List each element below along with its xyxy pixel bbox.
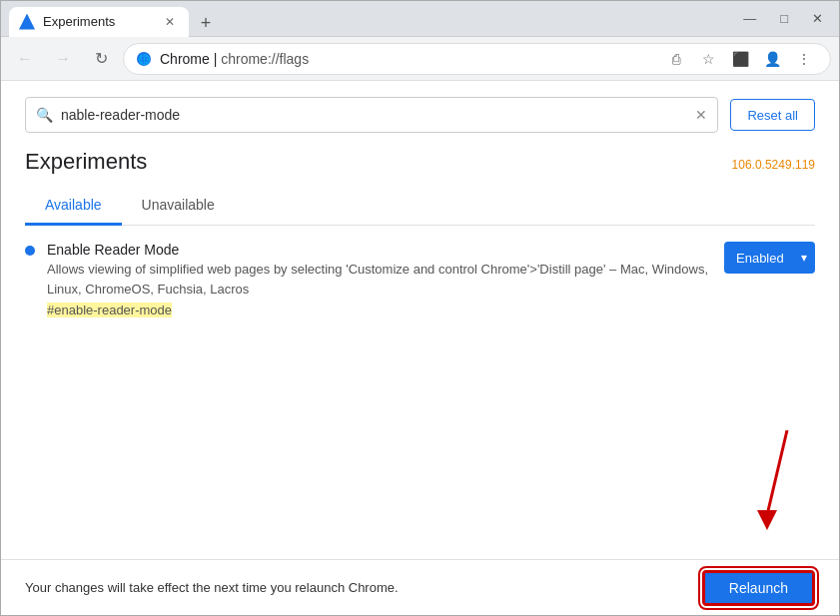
menu-button[interactable]: ⋮ xyxy=(790,45,818,73)
tab-close-button[interactable]: ✕ xyxy=(161,13,179,31)
page-content: 🔍 nable-reader-mode ✕ Reset all Experime… xyxy=(1,81,839,559)
address-path: chrome://flags xyxy=(221,51,309,67)
search-icon: 🔍 xyxy=(36,107,53,123)
flag-name: Enable Reader Mode xyxy=(47,242,712,258)
flag-list: Enable Reader Mode Allows viewing of sim… xyxy=(1,226,839,559)
page-title: Experiments xyxy=(25,149,147,175)
flag-select-container[interactable]: Enabled Disabled Default ▾ xyxy=(724,242,815,274)
search-clear-button[interactable]: ✕ xyxy=(695,107,707,123)
close-button[interactable]: ✕ xyxy=(804,7,831,30)
flag-status-select[interactable]: Enabled Disabled Default xyxy=(724,242,815,274)
reset-all-button[interactable]: Reset all xyxy=(730,99,815,131)
browser-window: Experiments ✕ + — □ ✕ ← → ↻ 🌐 Chrome | xyxy=(0,0,840,616)
footer-bar: Your changes will take effect the next t… xyxy=(1,559,839,615)
forward-icon: → xyxy=(55,50,71,68)
svg-text:🌐: 🌐 xyxy=(138,53,151,66)
content-tabs: Available Unavailable xyxy=(25,187,815,226)
bookmark-button[interactable]: ☆ xyxy=(694,45,722,73)
search-input[interactable]: nable-reader-mode xyxy=(61,107,687,123)
version-label: 106.0.5249.119 xyxy=(732,158,815,172)
main-area: 🔍 nable-reader-mode ✕ Reset all Experime… xyxy=(1,81,839,615)
address-icons: ⎙ ☆ ⬛ 👤 ⋮ xyxy=(662,45,818,73)
address-separator: | xyxy=(210,51,221,67)
tab-favicon xyxy=(19,14,35,30)
minimize-button[interactable]: — xyxy=(735,7,764,30)
tab-title: Experiments xyxy=(43,14,153,29)
flag-link-text: #enable-reader-mode xyxy=(47,303,172,317)
relaunch-button[interactable]: Relaunch xyxy=(702,570,815,606)
tab-strip: Experiments ✕ + xyxy=(9,1,735,37)
share-button[interactable]: ⎙ xyxy=(662,45,690,73)
flag-item: Enable Reader Mode Allows viewing of sim… xyxy=(25,242,815,318)
address-domain: Chrome xyxy=(160,51,210,67)
flag-info: Enable Reader Mode Allows viewing of sim… xyxy=(47,242,712,318)
nav-bar: ← → ↻ 🌐 Chrome | chrome://flags ⎙ ☆ ⬛ 👤 … xyxy=(1,37,839,81)
flag-description: Allows viewing of simplified web pages b… xyxy=(47,260,712,299)
footer-message: Your changes will take effect the next t… xyxy=(25,580,399,595)
flag-dot xyxy=(25,246,35,256)
account-button[interactable]: 👤 xyxy=(758,45,786,73)
back-button[interactable]: ← xyxy=(9,43,41,75)
forward-button[interactable]: → xyxy=(47,43,79,75)
new-tab-button[interactable]: + xyxy=(193,11,219,37)
maximize-button[interactable]: □ xyxy=(772,7,796,30)
tab-unavailable[interactable]: Unavailable xyxy=(122,187,235,226)
search-box[interactable]: 🔍 nable-reader-mode ✕ xyxy=(25,97,718,133)
reload-button[interactable]: ↻ xyxy=(85,43,117,75)
back-icon: ← xyxy=(17,50,33,68)
search-area: 🔍 nable-reader-mode ✕ Reset all xyxy=(1,81,839,133)
site-favicon: 🌐 xyxy=(136,51,152,67)
window-controls: — □ ✕ xyxy=(735,7,831,30)
active-tab[interactable]: Experiments ✕ xyxy=(9,7,189,37)
sidebar-toggle-button[interactable]: ⬛ xyxy=(726,45,754,73)
reload-icon: ↻ xyxy=(95,49,108,68)
address-bar[interactable]: 🌐 Chrome | chrome://flags ⎙ ☆ ⬛ 👤 ⋮ xyxy=(123,43,831,75)
flag-link[interactable]: #enable-reader-mode xyxy=(47,303,172,317)
tab-available[interactable]: Available xyxy=(25,187,122,226)
experiments-header: Experiments 106.0.5249.119 xyxy=(1,133,839,175)
title-bar: Experiments ✕ + — □ ✕ xyxy=(1,1,839,37)
address-text: Chrome | chrome://flags xyxy=(160,51,654,67)
